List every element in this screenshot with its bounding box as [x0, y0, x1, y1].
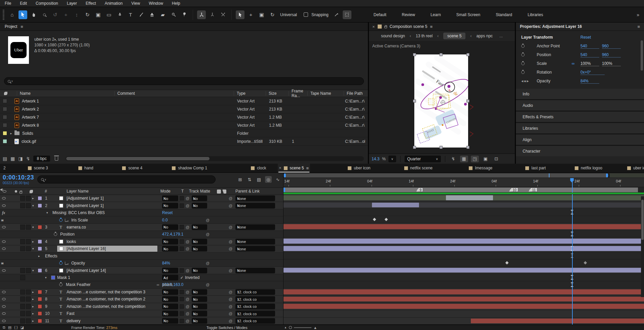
lock-icon[interactable] — [384, 26, 387, 28]
expression-pickwhip-icon[interactable]: @ — [206, 218, 210, 222]
snapshot-icon[interactable]: ◪ — [21, 325, 24, 330]
layer-name[interactable]: looks — [67, 239, 76, 244]
keyframe-icon[interactable] — [505, 261, 509, 264]
label-chip[interactable] — [3, 123, 7, 127]
switch-box[interactable] — [26, 318, 31, 323]
stopwatch-icon[interactable] — [59, 218, 63, 222]
puppet-pin-tool-icon[interactable] — [180, 10, 189, 19]
switch-box[interactable] — [26, 289, 31, 294]
frame-blending-icon[interactable]: ▤ — [256, 176, 262, 183]
layer-color-chip[interactable] — [38, 247, 42, 251]
new-folder-icon[interactable]: ▦ — [10, 156, 15, 161]
parent-dropdown[interactable]: None∨ — [235, 203, 275, 208]
reset-rotation-icon[interactable]: ↻ — [268, 10, 277, 19]
footage-thumbnail[interactable]: Uber — [8, 36, 29, 64]
rigging-tool-2-icon[interactable] — [208, 10, 217, 19]
column-file-path[interactable]: File Path — [344, 91, 364, 96]
zoom-handle-right[interactable] — [606, 173, 608, 177]
layer-name[interactable]: earnera.co — [67, 225, 86, 230]
layer-color-chip[interactable] — [38, 297, 42, 301]
timeline-vertical-scrollbar[interactable] — [641, 196, 644, 297]
panel-menu-icon[interactable]: ≡ — [637, 24, 640, 29]
matte-pickwhip-icon[interactable]: @ — [186, 290, 189, 294]
t-column-label[interactable]: T — [181, 189, 184, 194]
layer-name[interactable]: delivery — [67, 319, 80, 323]
lock-column-icon[interactable] — [20, 192, 22, 194]
switch-box[interactable] — [26, 311, 31, 316]
eye-icon[interactable] — [2, 226, 6, 228]
position-x[interactable]: 540 — [580, 52, 599, 57]
hand-tool-icon[interactable] — [29, 10, 38, 19]
preserve-transparency-box[interactable] — [180, 290, 184, 294]
workspace-default[interactable]: Default — [374, 12, 386, 17]
parent-pickwhip-icon[interactable]: @ — [229, 297, 232, 301]
selection-handle[interactable] — [466, 146, 469, 149]
layer-row-11[interactable]: ▸ 11 T delivery No∨ @ No∨ @ 12. clock co… — [0, 317, 283, 324]
selection-handle[interactable] — [440, 146, 443, 149]
eye-icon[interactable] — [2, 305, 6, 307]
rigging-tool-3-icon[interactable] — [219, 10, 227, 19]
layer-row-10[interactable]: ▸ 10 T Fast No∨ @ No∨ @ 12. clock co∨ — [0, 310, 283, 317]
preserve-transparency-box[interactable] — [180, 239, 184, 244]
missing-effect-row[interactable]: fx ▾ Missing: BCC Lens Blur OBS Reset — [0, 209, 283, 216]
twirl-icon[interactable]: ▸ — [32, 319, 34, 323]
track-row[interactable] — [283, 274, 644, 281]
next-keyframe-icon[interactable]: ▶ — [1, 262, 3, 265]
track-row[interactable] — [283, 202, 644, 209]
preserve-transparency-box[interactable] — [180, 304, 184, 308]
parent-pickwhip-icon[interactable]: @ — [229, 247, 232, 251]
work-area-bar[interactable]: 9 10 11 — [283, 187, 644, 193]
table-row[interactable]: Ai Artwork 8 Vector Art 1.2 MB C:\Earn..… — [0, 121, 368, 129]
blend-mode-dropdown[interactable]: No∨ — [162, 311, 178, 317]
eye-icon[interactable] — [2, 313, 6, 315]
stamp-tool-icon[interactable] — [148, 10, 156, 19]
tab-scene-3[interactable]: scene 3 — [27, 164, 49, 173]
label-chip[interactable] — [3, 99, 7, 103]
selection-handle[interactable] — [413, 99, 416, 102]
comp-marker-11[interactable]: 11 — [530, 188, 537, 192]
blend-mode-dropdown[interactable]: No∨ — [162, 246, 178, 252]
parent-pickwhip-icon[interactable]: @ — [229, 312, 232, 316]
menu-edit[interactable]: Edit — [20, 1, 27, 6]
panel-character[interactable]: Character — [516, 146, 644, 156]
track-row[interactable] — [283, 318, 644, 325]
switch-box[interactable] — [20, 311, 25, 316]
track-row[interactable] — [283, 238, 644, 245]
preserve-transparency-box[interactable] — [180, 225, 184, 229]
track-matte-column-label[interactable]: Track Matte — [189, 189, 210, 194]
table-row[interactable]: clock.gif Importe...tiStill 310 KB 1 C:\… — [0, 137, 368, 146]
twirl-icon[interactable]: ▸ — [32, 305, 34, 308]
inverted-checkbox[interactable]: ✓ — [180, 276, 183, 280]
selection-handle[interactable] — [413, 53, 416, 56]
layer-name[interactable]: [Adjustment Layer 1] — [67, 196, 104, 201]
track-row[interactable] — [283, 296, 644, 303]
parent-dropdown[interactable]: None∨ — [235, 246, 275, 252]
panel-effects-presets[interactable]: Effects & Presets — [516, 112, 644, 122]
fast-previews-icon[interactable]: ↯ — [449, 156, 457, 162]
preserve-transparency-box[interactable] — [180, 312, 184, 316]
playhead-line[interactable] — [572, 194, 573, 325]
table-row[interactable]: Ai Artwork 1 Vector Art 213 KB C:\Earn..… — [0, 97, 368, 105]
parent-pickwhip-icon[interactable]: @ — [229, 269, 232, 273]
twirl-icon[interactable]: ▾ — [46, 211, 48, 214]
panel-libraries[interactable]: Libraries — [516, 123, 644, 133]
switch-box[interactable] — [20, 246, 25, 251]
switch-box[interactable] — [20, 239, 25, 244]
selection-handle[interactable] — [466, 99, 469, 102]
anchor-point-y[interactable]: 960 — [602, 44, 621, 49]
tab-shadow-comp-1[interactable]: shadow Comp 1 — [171, 164, 209, 173]
motion-blur-icon[interactable]: ◎ — [265, 176, 272, 183]
mask-swatch[interactable] — [51, 276, 55, 280]
menu-file[interactable]: File — [5, 1, 11, 6]
twirl-icon[interactable]: ▸ — [32, 240, 34, 243]
parent-dropdown[interactable]: None∨ — [235, 239, 275, 244]
blend-mode-dropdown[interactable]: No∨ — [162, 303, 178, 309]
eye-icon[interactable] — [2, 240, 6, 243]
preserve-transparency-box[interactable] — [180, 297, 184, 301]
selection-handle[interactable] — [466, 53, 469, 56]
column-type[interactable]: Type — [234, 91, 266, 96]
timeline-horizontal-scrollbar[interactable] — [283, 173, 644, 178]
scale-x[interactable]: 100% — [580, 61, 599, 66]
track-matte-dropdown[interactable]: No∨ — [192, 303, 207, 309]
switch-box[interactable] — [20, 275, 25, 280]
